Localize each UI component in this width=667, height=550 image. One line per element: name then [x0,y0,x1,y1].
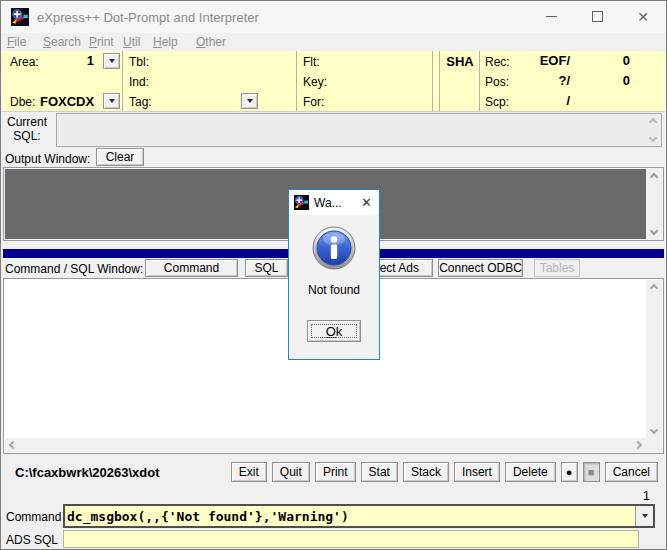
stack-button[interactable]: Stack [403,462,449,482]
close-icon: ✕ [637,10,649,24]
rec-count: 0 [577,53,630,68]
command-button[interactable]: Command [145,259,238,277]
flt-label: Flt: [303,55,320,69]
connect-odbc-button[interactable]: Connect ODBC [438,259,523,277]
panel-divider [432,51,433,111]
scroll-up-icon[interactable] [648,118,656,126]
exit-button[interactable]: Exit [231,462,267,482]
tag-label: Tag: [129,95,152,109]
delete-button[interactable]: Delete [505,462,556,482]
clear-button[interactable]: Clear [96,148,144,166]
record-button[interactable]: ● [561,462,578,482]
tables-button: Tables [534,259,580,277]
pos-value: ?/ [497,73,570,88]
chevron-down-icon [109,59,115,63]
app-logo-icon [11,8,29,26]
command-window-vscrollbar[interactable] [646,280,662,438]
ads-sql-label: ADS SQL [6,533,58,547]
for-label: For: [303,95,324,109]
info-icon [312,226,356,270]
dialog-title: Wa... [314,196,342,210]
pos-count: 0 [577,73,630,88]
sha-flag: SHA [441,54,479,69]
window-title: eXpress++ Dot-Prompt and Interpreter [37,10,259,25]
command-input[interactable] [65,506,635,526]
ok-button[interactable]: Ok [307,320,361,342]
menu-util[interactable]: Util [123,35,140,49]
scroll-down-icon[interactable] [648,134,656,142]
chevron-down-icon [642,514,648,518]
ind-label: Ind: [129,75,149,89]
focus-rectangle [311,324,357,338]
stop-square-icon: ■ [588,466,595,478]
key-label: Key: [303,75,327,89]
current-sql-field[interactable] [56,113,662,147]
menu-bar: File Search Print Util Help Other [1,33,666,51]
maximize-button[interactable] [574,1,620,32]
command-history-dropdown-button[interactable] [635,506,653,526]
command-input-label: Command [6,510,61,524]
menu-file[interactable]: File [7,35,26,49]
menu-other[interactable]: Other [196,35,226,49]
scroll-up-icon[interactable] [650,284,658,292]
scrollbar-corner [646,438,662,452]
minimize-icon [546,16,557,17]
warning-dialog: Wa... ✕ Not found Ok [288,189,380,360]
scroll-right-icon[interactable] [634,441,642,449]
command-input-wrap [63,504,655,528]
scroll-left-icon[interactable] [9,441,17,449]
scp-value: / [497,93,570,108]
menu-search[interactable]: Search [43,35,81,49]
action-button-strip: Exit Quit Print Stat Stack Insert Delete… [231,462,658,482]
print-button[interactable]: Print [315,462,356,482]
insert-button[interactable]: Insert [454,462,500,482]
dbe-dropdown-button[interactable] [103,93,120,109]
tbl-label: Tbl: [129,55,149,69]
sql-button[interactable]: SQL [245,259,288,277]
rec-value: EOF/ [497,53,570,68]
work-path: C:\fcaxbwrk\20263\xdot [15,465,160,480]
stop-button[interactable]: ■ [583,462,600,482]
dialog-app-icon [294,195,309,210]
dialog-title-bar[interactable]: Wa... ✕ [289,190,379,215]
panel-divider [479,51,480,111]
panel-divider [122,51,123,111]
quit-button[interactable]: Quit [272,462,310,482]
dbe-label: Dbe: [10,95,35,109]
command-window-hscrollbar[interactable] [5,438,646,452]
area-dropdown-button[interactable] [103,53,120,69]
close-icon: ✕ [361,195,372,210]
dialog-message: Not found [308,283,360,297]
dialog-body: Not found Ok [289,215,379,342]
ads-sql-input[interactable] [63,530,639,548]
history-counter: 1 [643,488,650,503]
chevron-down-icon [247,99,253,103]
menu-print[interactable]: Print [89,35,114,49]
close-button[interactable]: ✕ [620,1,666,32]
tag-dropdown-button[interactable] [241,93,258,109]
area-value: 1 [32,53,94,68]
workarea-panel: Area: 1 Dbe: FOXCDX Tbl: Ind: Tag: Flt: … [2,51,665,112]
maximize-icon [592,11,603,22]
scroll-up-icon[interactable] [650,173,658,181]
panel-divider [439,51,440,111]
title-bar: eXpress++ Dot-Prompt and Interpreter ✕ [1,1,666,33]
output-scrollbar[interactable] [646,169,662,239]
current-sql-label: Current SQL: [3,115,51,143]
panel-divider [296,51,297,111]
output-window-label: Output Window: [5,152,90,166]
stat-button[interactable]: Stat [361,462,398,482]
app-window: eXpress++ Dot-Prompt and Interpreter ✕ F… [0,0,667,550]
menu-help[interactable]: Help [153,35,178,49]
record-dot-icon: ● [566,466,573,478]
cancel-button[interactable]: Cancel [605,462,658,482]
command-sql-window-label: Command / SQL Window: [5,262,143,276]
minimize-button[interactable] [528,1,574,32]
chevron-down-icon [109,99,115,103]
scroll-down-icon[interactable] [650,426,658,434]
dialog-close-button[interactable]: ✕ [361,195,372,210]
scroll-down-icon[interactable] [650,227,658,235]
current-sql-spinner [645,115,660,145]
dbe-value: FOXCDX [40,94,94,109]
